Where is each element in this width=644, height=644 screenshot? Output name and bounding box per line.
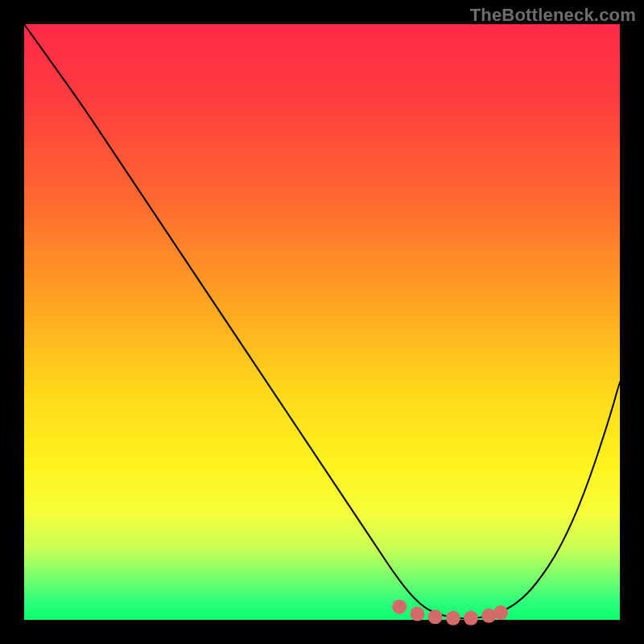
plot-area xyxy=(24,24,620,620)
chart-marker xyxy=(446,611,460,625)
chart-marker xyxy=(493,605,508,620)
chart-marker xyxy=(464,611,478,625)
chart-svg xyxy=(24,24,620,620)
chart-markers xyxy=(392,600,508,625)
chart-frame: TheBottleneck.com xyxy=(0,0,644,644)
chart-marker xyxy=(428,609,443,624)
chart-marker xyxy=(410,607,424,621)
chart-marker xyxy=(392,600,407,614)
watermark-text: TheBottleneck.com xyxy=(470,5,636,26)
chart-line-curve xyxy=(24,24,620,618)
